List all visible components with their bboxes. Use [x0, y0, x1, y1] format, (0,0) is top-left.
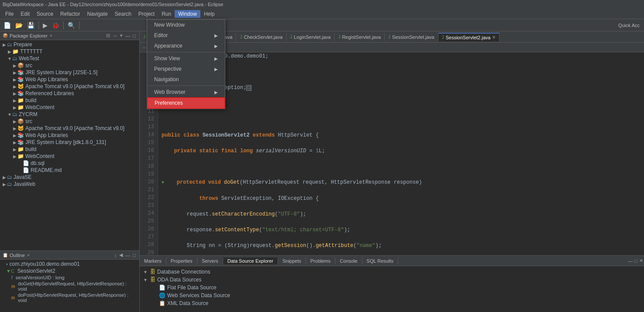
tab-markers[interactable]: Markers: [140, 257, 166, 264]
tab-snippets[interactable]: Snippets: [278, 257, 306, 264]
expand-javaweb[interactable]: ▶: [2, 182, 7, 187]
ds-expand-oda[interactable]: ▼: [143, 278, 148, 282]
expand-jre[interactable]: ▶: [12, 70, 17, 75]
menu-edit[interactable]: Edit: [17, 10, 33, 18]
tree-zycrm-build[interactable]: ▶ 📁 build: [0, 146, 139, 153]
ds-flat-file[interactable]: 📄 Flat File Data Source: [143, 284, 641, 291]
tab-session-servlet[interactable]: J SessionServlet.java: [385, 33, 438, 41]
outline-close[interactable]: ✕: [27, 253, 30, 257]
tree-zycrm[interactable]: ▼ 🗂 ZYCRM: [0, 111, 139, 118]
toolbar-debug[interactable]: 🐞: [50, 21, 61, 30]
menu-help[interactable]: Help: [200, 10, 218, 18]
tree-webapp-lib[interactable]: ▶ 📚 Web App Libraries: [0, 76, 139, 83]
tree-zycrm-jre[interactable]: ▶ 📚 JRE System Library [jdk1.8.0_131]: [0, 139, 139, 146]
menu-navigate[interactable]: Navigate: [83, 10, 111, 18]
dropdown-preferences[interactable]: Preferences: [147, 97, 225, 109]
outline-hide-btn[interactable]: ◀: [118, 252, 124, 258]
tree-webtest[interactable]: ▼ 🗂 WebTest: [0, 55, 139, 62]
ds-expand-db[interactable]: ▼: [143, 270, 148, 274]
expand-tomcat[interactable]: ▶: [12, 84, 17, 89]
expand-webapp-lib[interactable]: ▶: [12, 77, 17, 82]
menu-run[interactable]: Run: [158, 10, 175, 18]
tree-jre[interactable]: ▶ 📚 JRE System Library [J2SE-1.5]: [0, 69, 139, 76]
bottom-maximize-btn[interactable]: □: [634, 258, 638, 264]
expand-webtest[interactable]: ▼: [7, 56, 12, 61]
tab-login-servlet[interactable]: J LoginServlet.java: [286, 33, 334, 41]
tree-readme[interactable]: 📄 README.md: [0, 167, 139, 174]
dropdown-perspective[interactable]: Perspective ▶: [147, 64, 225, 74]
view-menu-btn[interactable]: ▾: [119, 33, 124, 38]
toolbar-open[interactable]: 📂: [14, 21, 24, 30]
tree-build[interactable]: ▶ 📁 build: [0, 97, 139, 104]
tree-tomcat[interactable]: ▶ 🐱 Apache Tomcat v9.0 [Apache Tomcat v9…: [0, 83, 139, 90]
dropdown-navigation[interactable]: Navigation: [147, 74, 225, 85]
expand-javase[interactable]: ▶: [2, 175, 7, 180]
dropdown-editor[interactable]: Editor ▶: [147, 30, 225, 41]
bottom-close-btn[interactable]: ✕: [638, 258, 644, 264]
tab-problems[interactable]: Problems: [306, 257, 335, 264]
dropdown-new-window[interactable]: New Window: [147, 20, 225, 30]
tab-servers[interactable]: Servers: [197, 257, 223, 264]
expand-webtest-src[interactable]: ▶: [12, 63, 17, 68]
outline-doget[interactable]: m doGet(HttpServletRequest, HttpServletR…: [0, 281, 139, 292]
expand-prepare[interactable]: ▶: [2, 42, 7, 47]
menu-window[interactable]: Window: [175, 10, 200, 18]
expand-webcontent[interactable]: ▶: [12, 105, 17, 110]
outline-minimize-btn[interactable]: —: [124, 252, 131, 258]
dropdown-web-browser[interactable]: Web Browser ▶: [147, 87, 225, 97]
expand-ttttttt[interactable]: ▶: [7, 49, 12, 54]
toolbar-new[interactable]: 📄: [2, 21, 13, 30]
ds-web-services[interactable]: 🌐 Web Services Data Source: [143, 291, 641, 299]
tree-webtest-src[interactable]: ▶ 📦 src: [0, 62, 139, 69]
tab-check-servlet[interactable]: J CheckServlet.java: [236, 33, 286, 41]
ds-xml[interactable]: 📋 XML Data Source: [143, 299, 641, 307]
tree-zycrm-src[interactable]: ▶ 📦 src: [0, 118, 139, 125]
tab-console[interactable]: Console: [335, 257, 362, 264]
expand-zycrm-build[interactable]: ▶: [12, 147, 17, 152]
ds-oda[interactable]: ▼ 🗄 ODA Data Sources: [143, 276, 641, 284]
expand-build[interactable]: ▶: [12, 98, 17, 103]
expand-zycrm-webcontent[interactable]: ▶: [12, 154, 17, 159]
maximize-btn[interactable]: □: [132, 33, 137, 38]
link-editor-btn[interactable]: ↔: [112, 33, 118, 38]
outline-maximize-btn[interactable]: □: [132, 252, 137, 258]
menu-search[interactable]: Search: [111, 10, 135, 18]
toolbar-search[interactable]: 🔍: [66, 21, 77, 30]
expand-zycrm-webapp[interactable]: ▶: [12, 133, 17, 138]
dropdown-appearance[interactable]: Appearance ▶: [147, 41, 225, 51]
expand-zycrm-src[interactable]: ▶: [12, 119, 17, 124]
menu-source[interactable]: Source: [33, 10, 57, 18]
expand-zycrm-tomcat[interactable]: ▶: [12, 126, 17, 131]
outline-package[interactable]: • com.zhiyou100.demo.demo01: [0, 261, 139, 267]
menu-refactor[interactable]: Refactor: [57, 10, 83, 18]
tree-ttttttt[interactable]: ▶ 📁 TTTTTTT: [0, 48, 139, 55]
expand-zycrm[interactable]: ▼: [7, 112, 12, 117]
tab-close-session2[interactable]: ✕: [492, 35, 496, 40]
tree-webcontent[interactable]: ▶ 📁 WebContent: [0, 104, 139, 111]
tree-javaweb[interactable]: ▶ 🗂 JavaWeb: [0, 181, 139, 188]
toolbar-run[interactable]: ▶: [41, 21, 49, 30]
outline-sort-btn[interactable]: ↕: [114, 252, 118, 258]
outline-dopost[interactable]: m doPost(HttpServletRequest, HttpServlet…: [0, 292, 139, 303]
tree-zycrm-webcontent[interactable]: ▶ 📁 WebContent: [0, 153, 139, 160]
collapse-all-btn[interactable]: ⊟: [105, 33, 111, 38]
bottom-minimize-btn[interactable]: —: [627, 258, 634, 264]
tree-ref-libs[interactable]: ▶ 📚 Referenced Libraries: [0, 90, 139, 97]
minimize-btn[interactable]: —: [124, 33, 131, 38]
outline-field[interactable]: f serialVersionUID : long: [0, 274, 139, 281]
tree-zycrm-webapp[interactable]: ▶ 📚 Web App Libraries: [0, 132, 139, 139]
outline-class[interactable]: ▼C SessionServlet2: [0, 267, 139, 274]
code-content[interactable]: package com.zhiyou100.demo.demo01; impor…: [158, 52, 644, 255]
tree-prepare[interactable]: ▶ 🗂 Prepare: [0, 41, 139, 48]
tree-javase[interactable]: ▶ 🗂 JavaSE: [0, 174, 139, 181]
toolbar-save[interactable]: 💾: [25, 21, 36, 30]
tree-zycrm-tomcat[interactable]: ▶ 🐱 Apache Tomcat v9.0 [Apache Tomcat v9…: [0, 125, 139, 132]
tab-regist-servlet[interactable]: J RegistServlet.java: [334, 33, 385, 41]
tab-sql-results[interactable]: SQL Results: [362, 257, 398, 264]
expand-ref-libs[interactable]: ▶: [12, 91, 17, 96]
menu-file[interactable]: File: [2, 10, 17, 18]
tree-db-sql[interactable]: 📄 db.sql: [0, 160, 139, 167]
tab-data-source[interactable]: Data Source Explorer: [223, 257, 278, 264]
ds-db-connections[interactable]: ▼ 🗄 Database Connections: [143, 268, 641, 276]
tab-session-servlet2[interactable]: J SessionServlet2.java ✕: [438, 33, 500, 41]
